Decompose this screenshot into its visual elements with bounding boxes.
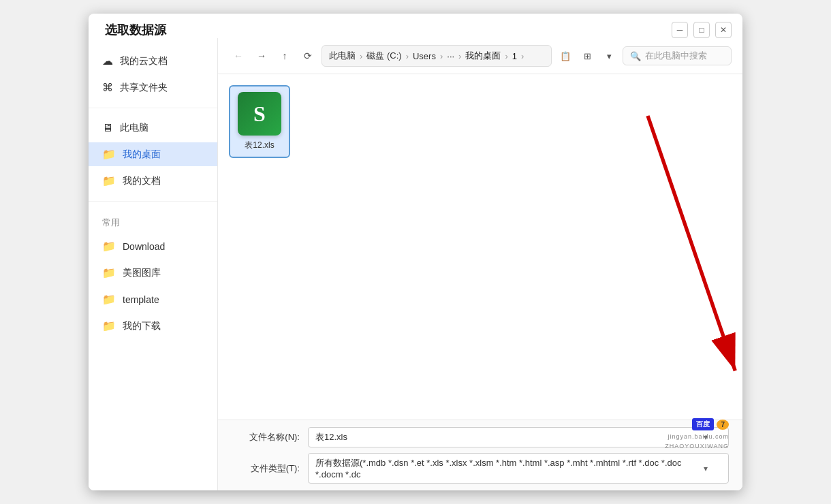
sidebar-section-common: 常用 xyxy=(89,210,217,232)
sidebar-item-documents[interactable]: 📁 我的文档 xyxy=(89,169,217,193)
sidebar-item-computer[interactable]: 🖥 此电脑 xyxy=(89,116,217,140)
filetype-row: 文件类型(T): 所有数据源(*.mdb *.dsn *.et *.xls *.… xyxy=(232,453,729,484)
filename-input[interactable]: 表12.xls ▾ xyxy=(308,427,729,447)
sidebar-item-desktop[interactable]: 📁 我的桌面 xyxy=(89,142,217,166)
sidebar-item-gallery[interactable]: 📁 美图图库 xyxy=(89,261,217,285)
filetype-dropdown-icon: ▾ xyxy=(704,464,708,473)
sidebar-item-template[interactable]: 📁 template xyxy=(89,287,217,311)
filename-value: 表12.xls xyxy=(315,431,347,443)
address-part-desktop[interactable]: 我的桌面 xyxy=(465,50,501,62)
sidebar-documents-label: 我的文档 xyxy=(123,175,161,187)
template-icon: 📁 xyxy=(102,293,116,306)
up-button[interactable]: ↑ xyxy=(275,46,294,65)
sidebar-mydownload-label: 我的下载 xyxy=(123,320,161,332)
sidebar-item-shared[interactable]: ⌘ 共享文件夹 xyxy=(89,76,217,99)
address-part-user[interactable]: ··· xyxy=(447,51,454,61)
address-bar[interactable]: 此电脑 › 磁盘 (C:) › Users › ··· › 我的桌面 › 1 › xyxy=(322,45,552,67)
desktop-icon: 📁 xyxy=(102,148,116,161)
toolbar: ← → ↑ ⟳ 此电脑 › 磁盘 (C:) › Users › xyxy=(218,38,742,74)
file-item-excel[interactable]: S 表12.xls xyxy=(229,85,290,158)
refresh-button[interactable]: ⟳ xyxy=(298,46,317,65)
chevron-down-icon: ▾ xyxy=(607,51,612,61)
forward-icon: → xyxy=(257,50,266,61)
mydownload-icon: 📁 xyxy=(102,319,116,332)
back-icon: ← xyxy=(234,50,243,61)
annotation-arrow xyxy=(218,74,742,420)
filetype-value: 所有数据源(*.mdb *.dsn *.et *.xls *.xlsx *.xl… xyxy=(315,457,704,479)
computer-icon: 🖥 xyxy=(102,122,113,134)
sidebar-item-download[interactable]: 📁 Download xyxy=(89,234,217,258)
sidebar-item-cloud[interactable]: ☁ 我的云文档 xyxy=(89,49,217,73)
file-name: 表12.xls xyxy=(245,140,274,151)
sidebar-cloud-label: 我的云文档 xyxy=(120,55,168,67)
sidebar-computer-label: 此电脑 xyxy=(120,122,148,134)
view-controls: 📋 ⊞ ▾ xyxy=(556,46,618,65)
sidebar: ☁ 我的云文档 ⌘ 共享文件夹 🖥 此电脑 📁 我的桌面 📁 我的文档 常用 xyxy=(89,38,218,490)
address-part-users[interactable]: Users xyxy=(413,51,436,61)
excel-file-icon: S xyxy=(238,92,281,136)
filetype-label: 文件类型(T): xyxy=(232,462,300,475)
title-bar: 选取数据源 ─ □ ✕ xyxy=(89,14,742,38)
search-placeholder: 在此电脑中搜索 xyxy=(645,50,707,62)
filename-label: 文件名称(N): xyxy=(232,431,300,443)
new-folder-button[interactable]: 📋 xyxy=(556,46,575,65)
sidebar-divider-2 xyxy=(89,201,217,202)
back-button[interactable]: ← xyxy=(229,46,248,65)
sidebar-divider-1 xyxy=(89,108,217,108)
documents-icon: 📁 xyxy=(102,174,116,187)
forward-button[interactable]: → xyxy=(252,46,271,65)
refresh-icon: ⟳ xyxy=(304,50,312,61)
view-dropdown-button[interactable]: ▾ xyxy=(599,46,618,65)
download-folder-icon: 📁 xyxy=(102,240,116,253)
dialog-body: ☁ 我的云文档 ⌘ 共享文件夹 🖥 此电脑 📁 我的桌面 📁 我的文档 常用 xyxy=(89,38,742,490)
filename-dropdown-icon: ▾ xyxy=(704,432,708,442)
dialog-title: 选取数据源 xyxy=(105,22,166,38)
sidebar-item-mydownload[interactable]: 📁 我的下载 xyxy=(89,314,217,338)
address-part-folder[interactable]: 1 xyxy=(512,51,517,61)
sidebar-gallery-label: 美图图库 xyxy=(123,267,161,279)
up-icon: ↑ xyxy=(283,50,287,61)
filetype-input[interactable]: 所有数据源(*.mdb *.dsn *.et *.xls *.xlsx *.xl… xyxy=(308,453,729,484)
view-icon: ⊞ xyxy=(584,51,591,61)
address-part-drive[interactable]: 磁盘 (C:) xyxy=(366,50,401,62)
dialog: 选取数据源 ─ □ ✕ ☁ 我的云文档 ⌘ 共享文件夹 🖥 此电脑 📁 xyxy=(89,14,742,490)
sidebar-desktop-label: 我的桌面 xyxy=(123,148,161,161)
sidebar-download-label: Download xyxy=(123,241,165,252)
file-grid: S 表12.xls xyxy=(218,74,742,420)
maximize-button[interactable]: □ xyxy=(693,22,710,38)
bottom-bar: 文件名称(N): 表12.xls ▾ 文件类型(T): 所有数据源(*.mdb … xyxy=(218,420,742,490)
search-box[interactable]: 🔍 在此电脑中搜索 xyxy=(623,46,732,65)
close-button[interactable]: ✕ xyxy=(715,22,732,38)
new-folder-icon: 📋 xyxy=(560,51,571,61)
minimize-button[interactable]: ─ xyxy=(672,22,688,38)
sidebar-template-label: template xyxy=(123,294,159,305)
content-area: ← → ↑ ⟳ 此电脑 › 磁盘 (C:) › Users › xyxy=(218,38,742,490)
window-controls: ─ □ ✕ xyxy=(672,22,732,38)
cloud-icon: ☁ xyxy=(102,54,113,67)
search-icon: 🔍 xyxy=(630,51,641,61)
shared-icon: ⌘ xyxy=(102,81,113,94)
view-toggle-button[interactable]: ⊞ xyxy=(578,46,597,65)
address-part-computer[interactable]: 此电脑 xyxy=(329,50,356,62)
filename-row: 文件名称(N): 表12.xls ▾ xyxy=(232,427,729,447)
svg-line-1 xyxy=(648,116,735,371)
sidebar-shared-label: 共享文件夹 xyxy=(120,82,168,94)
gallery-icon: 📁 xyxy=(102,266,116,279)
